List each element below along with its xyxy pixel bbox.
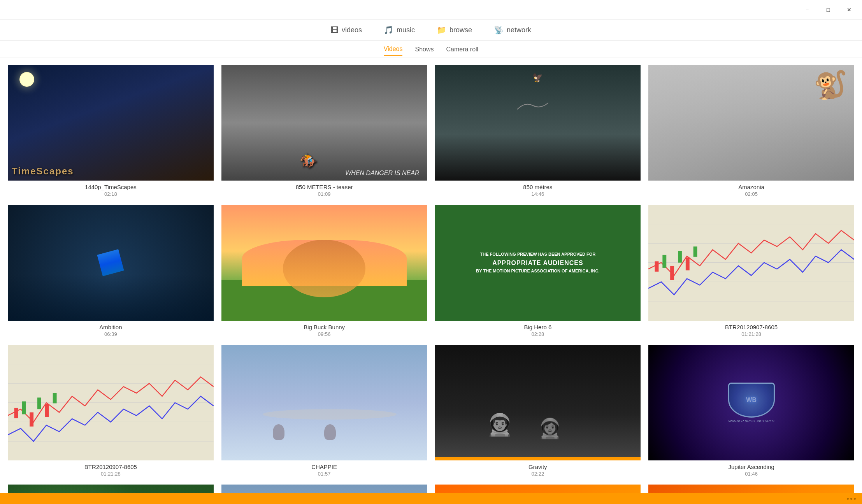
thumb-amazonia: 🐒 (648, 65, 854, 181)
thumb-ambition (8, 205, 214, 320)
video-duration: 02:05 (745, 191, 758, 197)
video-duration: 02:18 (104, 191, 117, 197)
svg-rect-22 (14, 408, 18, 418)
minimize-button[interactable]: − (798, 4, 816, 16)
sub-nav: Videos Shows Camera roll (0, 41, 862, 58)
partial-item-oulli2[interactable]: oulli (648, 485, 854, 493)
nav-label-browse: browse (449, 26, 472, 34)
svg-rect-15 (693, 247, 697, 257)
video-duration: 01:57 (318, 471, 331, 477)
nav-label-videos: videos (342, 26, 362, 34)
video-title: 850 METERS - teaser (296, 184, 353, 190)
nav-item-music[interactable]: 🎵 music (382, 22, 416, 38)
thumb-btr2 (8, 345, 214, 460)
status-bar (0, 493, 862, 504)
subnav-camera-roll[interactable]: Camera roll (446, 44, 478, 55)
video-title: CHAPPIE (311, 464, 337, 470)
svg-rect-10 (655, 262, 659, 272)
network-icon: 📡 (494, 25, 504, 35)
partial-item-forest[interactable] (8, 485, 214, 493)
status-dot-3 (854, 498, 856, 500)
svg-rect-26 (45, 404, 49, 417)
music-icon: 🎵 (384, 25, 393, 35)
video-item-850meters[interactable]: 🏇 WHEN DANGER IS NEAR 850 METERS - tease… (221, 65, 427, 197)
video-title: Amazonia (738, 184, 764, 190)
video-duration: 01:21:28 (101, 471, 121, 477)
svg-rect-27 (53, 393, 57, 403)
videos-icon: 🎞 (331, 26, 339, 35)
video-title: BTR20120907-8605 (84, 464, 137, 470)
thumb-jupiter: WB WARNER BROS. PICTURES (648, 345, 854, 460)
video-title: 850 mètres (523, 184, 552, 190)
video-duration: 02:28 (532, 331, 544, 337)
svg-rect-12 (670, 266, 674, 280)
partial-item-oulli1[interactable]: oulli (435, 485, 641, 493)
video-title: Big Buck Bunny (304, 324, 345, 330)
thumb-timescapes (8, 65, 214, 181)
video-item-gravity[interactable]: 👨‍🚀 👩‍🚀 Gravity 02:22 (435, 345, 641, 477)
video-item-btr2[interactable]: BTR20120907-8605 01:21:28 (8, 345, 214, 477)
svg-rect-24 (30, 412, 33, 426)
video-title: Jupiter Ascending (728, 464, 774, 470)
video-item-jupiter[interactable]: WB WARNER BROS. PICTURES Jupiter Ascendi… (648, 345, 854, 477)
svg-rect-11 (663, 255, 667, 268)
title-bar: − □ ✕ (0, 0, 862, 19)
thumb-gravity: 👨‍🚀 👩‍🚀 (435, 345, 641, 460)
video-duration: 01:09 (318, 191, 331, 197)
video-item-chappie[interactable]: CHAPPIE 01:57 (221, 345, 427, 477)
main-nav: 🎞 videos 🎵 music 📁 browse 📡 network (0, 19, 862, 41)
video-item-btr1[interactable]: BTR20120907-8605 01:21:28 (648, 205, 854, 337)
nav-label-music: music (397, 26, 415, 34)
thumb-850metres: 🦅 (435, 65, 641, 181)
video-duration: 06:39 (104, 331, 117, 337)
browse-icon: 📁 (437, 25, 446, 35)
video-item-amazonia[interactable]: 🐒 Amazonia 02:05 (648, 65, 854, 197)
video-item-timescapes[interactable]: 1440p_TimeScapes 02:18 (8, 65, 214, 197)
thumb-bigbuckbunny (221, 205, 427, 320)
status-dot-1 (847, 498, 849, 500)
video-title: 1440p_TimeScapes (85, 184, 137, 190)
nav-label-network: network (507, 26, 531, 34)
video-duration: 02:22 (532, 471, 544, 477)
video-title: Gravity (528, 464, 547, 470)
close-button[interactable]: ✕ (840, 4, 858, 16)
status-dot-2 (850, 498, 852, 500)
video-duration: 14:46 (532, 191, 544, 197)
thumb-chappie (221, 345, 427, 460)
partial-item-hammock[interactable] (221, 485, 427, 493)
thumb-bighero6: THE FOLLOWING PREVIEW HAS BEEN APPROVED … (435, 205, 641, 320)
video-duration: 09:56 (318, 331, 331, 337)
subnav-videos[interactable]: Videos (384, 43, 403, 56)
video-item-bigbuckbunny[interactable]: Big Buck Bunny 09:56 (221, 205, 427, 337)
svg-rect-25 (37, 397, 41, 409)
svg-rect-23 (22, 401, 26, 414)
nav-item-network[interactable]: 📡 network (492, 22, 533, 38)
video-item-ambition[interactable]: Ambition 06:39 (8, 205, 214, 337)
svg-rect-13 (678, 251, 682, 263)
video-item-bighero6[interactable]: THE FOLLOWING PREVIEW HAS BEEN APPROVED … (435, 205, 641, 337)
thumb-850meters: 🏇 WHEN DANGER IS NEAR (221, 65, 427, 181)
svg-rect-14 (686, 258, 690, 270)
video-grid: 1440p_TimeScapes 02:18 🏇 WHEN DANGER IS … (8, 65, 854, 477)
video-title: Ambition (99, 324, 122, 330)
window-controls: − □ ✕ (798, 4, 858, 16)
status-dots (847, 498, 856, 500)
video-title: BTR20120907-8605 (725, 324, 778, 330)
subnav-shows[interactable]: Shows (415, 44, 434, 55)
maximize-button[interactable]: □ (819, 4, 837, 16)
thumb-btr1 (648, 205, 854, 320)
nav-item-browse[interactable]: 📁 browse (435, 22, 474, 38)
nav-item-videos[interactable]: 🎞 videos (329, 23, 363, 38)
video-item-850metres[interactable]: 🦅 850 mètres 14:46 (435, 65, 641, 197)
video-duration: 01:21:28 (741, 331, 761, 337)
partial-bottom-row: oulli oulli (8, 485, 854, 493)
video-title: Big Hero 6 (524, 324, 551, 330)
video-duration: 01:46 (745, 471, 758, 477)
main-content: 1440p_TimeScapes 02:18 🏇 WHEN DANGER IS … (0, 58, 862, 493)
